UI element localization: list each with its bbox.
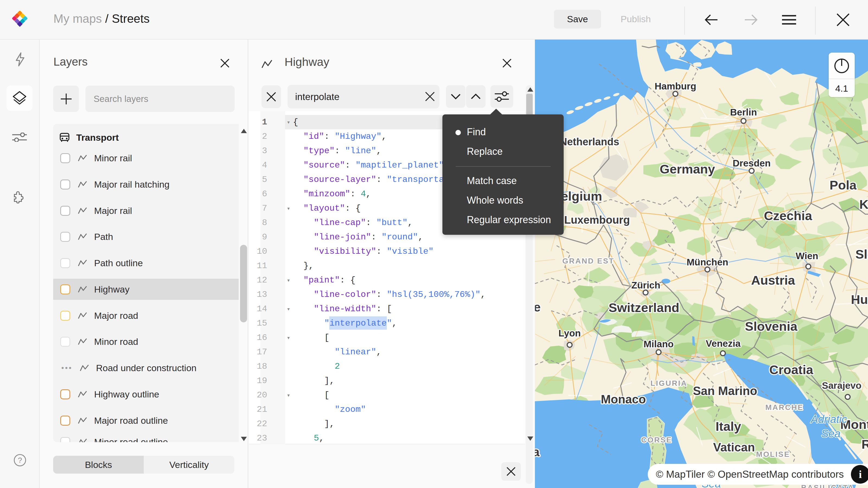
svg-text:Milano: Milano — [644, 338, 674, 349]
svg-text:Monaco: Monaco — [601, 393, 646, 406]
svg-text:?: ? — [18, 456, 22, 464]
svg-text:Pola: Pola — [830, 178, 857, 192]
svg-text:Sarajevo: Sarajevo — [822, 380, 862, 391]
svg-text:Berlin: Berlin — [730, 107, 757, 118]
svg-text:Slo: Slo — [855, 247, 868, 261]
svg-text:Switzerland: Switzerland — [609, 300, 679, 315]
svg-text:Slovenia: Slovenia — [745, 319, 798, 333]
svg-text:CORSE: CORSE — [641, 436, 673, 444]
svg-text:LIGURIA: LIGURIA — [650, 379, 687, 387]
svg-text:Austria: Austria — [751, 273, 795, 287]
svg-text:MOLISE: MOLISE — [756, 450, 790, 458]
svg-text:K: K — [859, 197, 868, 212]
svg-text:Hung: Hung — [851, 292, 868, 306]
svg-text:Venezia: Venezia — [706, 338, 741, 349]
svg-text:San Marino: San Marino — [693, 384, 757, 397]
svg-text:MARCHE: MARCHE — [766, 403, 804, 412]
svg-text:Italy: Italy — [716, 419, 741, 433]
svg-text:e: e — [535, 300, 540, 314]
svg-text:Netherlands: Netherlands — [560, 136, 619, 148]
svg-text:GRAND EST: GRAND EST — [562, 257, 614, 265]
svg-text:R: R — [862, 437, 868, 451]
svg-text:Hamburg: Hamburg — [654, 81, 696, 91]
svg-text:Zürich: Zürich — [631, 280, 660, 290]
svg-text:Lyon: Lyon — [558, 328, 581, 338]
svg-text:Dresden: Dresden — [733, 158, 771, 168]
svg-text:Wien: Wien — [796, 251, 818, 261]
svg-text:Czechia: Czechia — [764, 208, 812, 223]
svg-text:Luxembourg: Luxembourg — [564, 214, 630, 226]
svg-text:München: München — [686, 257, 728, 267]
svg-text:Croatia: Croatia — [769, 362, 813, 377]
svg-text:Adriatic: Adriatic — [810, 413, 847, 425]
svg-text:Vatican: Vatican — [713, 441, 755, 454]
svg-text:Sea: Sea — [821, 427, 840, 440]
svg-text:Germany: Germany — [660, 162, 715, 176]
